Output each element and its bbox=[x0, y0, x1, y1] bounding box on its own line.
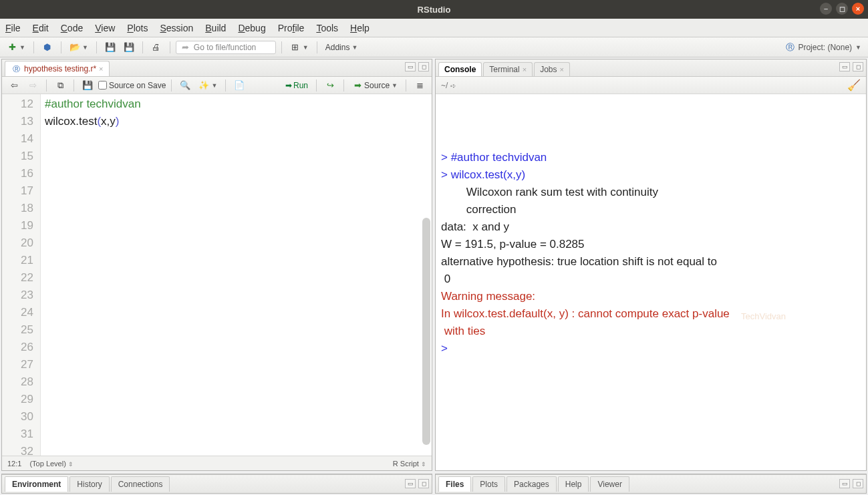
line-gutter: 1213141516171819202122232425262728293031… bbox=[2, 94, 41, 456]
save-source-button[interactable]: 💾 bbox=[80, 79, 96, 92]
minimize-pane-button[interactable]: ▭ bbox=[839, 62, 850, 71]
console-tabstrip: Console Terminal× Jobs× ▭ ◻ bbox=[436, 59, 866, 77]
separator bbox=[406, 79, 406, 92]
separator bbox=[142, 41, 143, 53]
separator bbox=[33, 41, 34, 53]
console-panel: Console Terminal× Jobs× ▭ ◻ ~/ ➪ 🧹 TechV… bbox=[435, 59, 867, 471]
maximize-pane-button[interactable]: ◻ bbox=[853, 62, 863, 71]
minimize-pane-button[interactable]: ▭ bbox=[839, 479, 850, 488]
separator bbox=[225, 79, 226, 92]
language-selector[interactable]: R Script bbox=[393, 460, 419, 468]
tab-console[interactable]: Console bbox=[438, 62, 482, 76]
tab-jobs[interactable]: Jobs× bbox=[534, 62, 570, 76]
menu-session[interactable]: Session bbox=[160, 23, 193, 33]
separator bbox=[96, 41, 97, 53]
tab-files[interactable]: Files bbox=[438, 476, 471, 492]
forward-button[interactable]: ⇨ bbox=[25, 79, 41, 92]
notebook-icon: 📄 bbox=[234, 80, 245, 91]
code-editor[interactable]: 1213141516171819202122232425262728293031… bbox=[2, 94, 432, 456]
editor-scrollbar[interactable] bbox=[422, 218, 430, 445]
compile-report-button[interactable]: 📄 bbox=[231, 79, 247, 92]
tab-packages[interactable]: Packages bbox=[507, 476, 557, 492]
window-maximize-button[interactable]: ◻ bbox=[836, 3, 848, 15]
source-button[interactable]: ➡Source ▼ bbox=[349, 79, 400, 92]
popup-icon: ⧉ bbox=[55, 80, 65, 91]
search-icon: 🔍 bbox=[180, 80, 190, 91]
save-button[interactable]: 💾 bbox=[102, 41, 118, 54]
menu-edit[interactable]: Edit bbox=[33, 23, 49, 33]
maximize-pane-button[interactable]: ◻ bbox=[418, 62, 429, 71]
source-on-save-label: Source on Save bbox=[109, 81, 166, 90]
console-output[interactable]: TechVidvan > #author techvidvan> wilcox.… bbox=[436, 94, 866, 470]
tab-terminal[interactable]: Terminal× bbox=[483, 62, 533, 76]
minimize-pane-button[interactable]: ▭ bbox=[405, 62, 416, 71]
new-project-button[interactable]: ⬢ bbox=[39, 41, 55, 54]
menu-profile[interactable]: Profile bbox=[278, 23, 305, 33]
wand-button[interactable]: ✨▼ bbox=[196, 79, 220, 92]
tab-viewer[interactable]: Viewer bbox=[590, 476, 629, 492]
tab-history[interactable]: History bbox=[69, 476, 109, 492]
outline-button[interactable]: ≣ bbox=[412, 79, 428, 92]
window-title: RStudio bbox=[418, 5, 451, 15]
source-on-save-input[interactable] bbox=[98, 81, 107, 90]
r-file-icon: Ⓡ bbox=[11, 63, 21, 74]
folder-open-icon: 📂 bbox=[69, 42, 80, 53]
menu-file[interactable]: File bbox=[5, 23, 21, 33]
close-icon[interactable]: × bbox=[99, 65, 103, 73]
run-button[interactable]: ➡Run bbox=[283, 79, 311, 92]
tab-connections[interactable]: Connections bbox=[111, 476, 170, 492]
cursor-position: 12:1 bbox=[7, 460, 21, 468]
separator bbox=[61, 41, 61, 53]
main-toolbar: ✚▼ ⬢ 📂▼ 💾 💾 🖨 ➦ Go to file/function ⊞▼ A… bbox=[0, 37, 868, 57]
wand-icon: ✨ bbox=[198, 80, 209, 91]
save-icon: 💾 bbox=[105, 42, 116, 53]
menu-build[interactable]: Build bbox=[205, 23, 226, 33]
source-on-save-checkbox[interactable]: Source on Save bbox=[98, 81, 166, 90]
separator bbox=[170, 41, 170, 53]
find-button[interactable]: 🔍 bbox=[177, 79, 193, 92]
maximize-pane-button[interactable]: ◻ bbox=[418, 479, 429, 488]
separator bbox=[46, 79, 47, 92]
source-tab[interactable]: Ⓡ hypothesis testing.r* × bbox=[5, 61, 110, 76]
new-file-button[interactable]: ✚▼ bbox=[4, 41, 28, 54]
tab-environment[interactable]: Environment bbox=[5, 476, 68, 492]
maximize-pane-button[interactable]: ◻ bbox=[853, 479, 863, 488]
menu-bar: File Edit Code View Plots Session Build … bbox=[0, 19, 868, 37]
menu-code[interactable]: Code bbox=[61, 23, 83, 33]
menu-tools[interactable]: Tools bbox=[316, 23, 338, 33]
goto-file-input[interactable]: ➦ Go to file/function bbox=[176, 41, 276, 54]
print-icon: 🖨 bbox=[151, 42, 162, 53]
tab-help[interactable]: Help bbox=[558, 476, 589, 492]
goto-icon: ➦ bbox=[180, 42, 191, 53]
run-arrow-icon: ➡ bbox=[285, 81, 292, 90]
save-all-button[interactable]: 💾 bbox=[121, 41, 137, 54]
goto-placeholder: Go to file/function bbox=[194, 43, 256, 52]
rerun-icon: ↪ bbox=[325, 80, 335, 91]
source-arrow-icon: ➡ bbox=[352, 80, 363, 91]
open-file-button[interactable]: 📂▼ bbox=[67, 41, 91, 54]
scope-selector[interactable]: (Top Level) bbox=[29, 460, 65, 468]
menu-debug[interactable]: Debug bbox=[238, 23, 265, 33]
console-toolbar: ~/ ➪ 🧹 bbox=[436, 77, 866, 94]
menu-help[interactable]: Help bbox=[350, 23, 370, 33]
window-minimize-button[interactable]: – bbox=[820, 3, 832, 15]
print-button[interactable]: 🖨 bbox=[148, 41, 164, 54]
close-icon[interactable]: × bbox=[523, 65, 527, 73]
close-icon[interactable]: × bbox=[560, 65, 564, 73]
minimize-pane-button[interactable]: ▭ bbox=[405, 479, 416, 488]
grid-button[interactable]: ⊞▼ bbox=[287, 41, 311, 54]
clear-console-button[interactable]: 🧹 bbox=[847, 79, 861, 92]
window-close-button[interactable]: × bbox=[852, 3, 864, 15]
menu-view[interactable]: View bbox=[95, 23, 115, 33]
menu-plots[interactable]: Plots bbox=[127, 23, 148, 33]
source-tab-filename: hypothesis testing.r* bbox=[24, 64, 96, 73]
console-cwd[interactable]: ~/ bbox=[441, 81, 448, 90]
show-in-new-window-button[interactable]: ⧉ bbox=[52, 79, 68, 92]
rerun-button[interactable]: ↪ bbox=[322, 79, 338, 92]
code-area[interactable]: #author techvidvanwilcox.test(x,y) bbox=[41, 94, 432, 456]
addins-button[interactable]: Addins ▼ bbox=[323, 41, 361, 53]
back-button[interactable]: ⇦ bbox=[6, 79, 22, 92]
source-tabstrip: Ⓡ hypothesis testing.r* × ▭ ◻ bbox=[2, 59, 432, 77]
tab-plots[interactable]: Plots bbox=[472, 476, 505, 492]
project-menu[interactable]: Ⓡ Project: (None) ▼ bbox=[782, 41, 864, 54]
